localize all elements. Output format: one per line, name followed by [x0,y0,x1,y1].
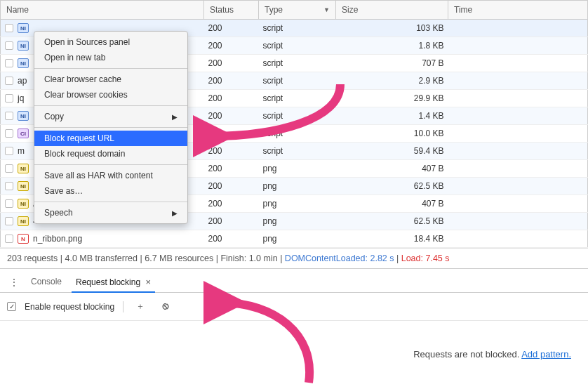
row-checkbox[interactable] [5,235,13,243]
row-checkbox[interactable] [5,77,13,85]
col-type[interactable]: Type▼ [259,1,336,20]
menu-open-sources[interactable]: Open in Sources panel [34,34,187,50]
menu-open-new-tab[interactable]: Open in new tab [34,50,187,65]
status-cell: 200 [204,20,259,37]
size-cell: 407 B [336,195,448,213]
size-cell: 29.9 KB [336,90,448,107]
menu-separator [34,164,187,165]
tab-request-blocking[interactable]: Request blocking × [69,272,158,292]
request-name: m [18,146,25,156]
menu-save-har[interactable]: Save all as HAR with content [34,168,187,183]
size-cell: 59.4 KB [336,143,448,160]
context-menu: Open in Sources panel Open in new tab Cl… [34,31,188,224]
time-cell [448,230,588,248]
table-header-row: Name Status Type▼ Size Time [1,1,588,20]
request-name: n_ribbon.png [33,234,82,244]
type-cell: script [259,107,336,125]
type-cell: script [259,90,336,107]
close-icon[interactable]: × [145,277,151,287]
menu-block-domain[interactable]: Block request domain [34,146,187,161]
menu-separator [34,202,187,202]
drawer-menu-icon[interactable]: ⋮ [4,275,24,290]
row-checkbox[interactable] [5,129,13,138]
initiator-badge: NI [18,216,29,226]
time-cell [448,90,588,107]
type-cell: png [259,230,336,248]
size-cell: 2.9 KB [336,72,448,90]
add-pattern-link[interactable]: Add pattern. [521,349,571,360]
block-disabled-icon[interactable]: 🛇 [157,300,174,314]
status-load: Load: 7.45 s [401,253,450,263]
initiator-badge: NI [18,181,29,191]
menu-copy[interactable]: Copy ▶ [34,109,187,124]
size-cell: 707 B [336,55,448,72]
row-checkbox[interactable] [5,59,13,67]
status-cell: 200 [204,107,259,125]
request-name: ap [18,76,27,86]
col-name[interactable]: Name [1,1,204,20]
type-cell: png [259,160,336,178]
time-cell [448,178,588,195]
initiator-badge: NI [18,164,29,173]
row-checkbox[interactable] [5,147,13,155]
enable-blocking-label: Enable request blocking [25,302,114,312]
col-status[interactable]: Status [204,1,259,20]
time-cell [448,125,588,143]
status-cell: 200 [204,72,259,90]
row-checkbox[interactable] [5,24,13,32]
menu-clear-cookies[interactable]: Clear browser cookies [34,87,187,103]
col-time[interactable]: Time [448,1,588,20]
status-cell: 200 [204,213,259,230]
status-cell: 200 [204,55,259,72]
time-cell [448,55,588,72]
time-cell [448,195,588,213]
menu-separator [34,68,187,69]
row-checkbox[interactable] [5,199,13,208]
table-row[interactable]: Nn_ribbon.png200png18.4 KB [1,230,588,248]
col-type-label: Type [265,5,283,15]
type-cell: script [259,20,336,37]
initiator-badge: NI [18,58,29,68]
add-pattern-button[interactable]: ＋ [132,298,149,315]
drawer: ⋮ Console Request blocking × ✓ Enable re… [0,268,588,367]
size-cell: 10.0 KB [336,125,448,143]
initiator-badge: NI [18,111,29,121]
status-bar: 203 requests | 4.0 MB transferred | 6.7 … [0,248,588,268]
row-checkbox[interactable] [5,182,13,190]
status-cell: 200 [204,90,259,107]
not-blocked-text: Requests are not blocked. [413,349,519,360]
time-cell [448,160,588,178]
menu-clear-cache[interactable]: Clear browser cache [34,72,187,87]
row-checkbox[interactable] [5,112,13,120]
time-cell [448,143,588,160]
type-cell: script [259,72,336,90]
row-checkbox[interactable] [5,164,13,173]
status-domcontentloaded: DOMContentLoaded: 2.82 s [285,253,394,263]
initiator-badge: NI [18,41,29,51]
status-resources: 6.7 MB resources [145,253,213,263]
row-checkbox[interactable] [5,94,13,103]
status-requests: 203 requests [7,253,58,263]
menu-speech[interactable]: Speech ▶ [34,205,187,220]
enable-blocking-checkbox[interactable]: ✓ [7,302,16,311]
status-cell: 200 [204,37,259,55]
menu-separator [34,105,187,106]
row-checkbox[interactable] [5,217,13,225]
status-cell: 200 [204,125,259,143]
row-checkbox[interactable] [5,41,13,50]
col-size[interactable]: Size [336,1,448,20]
tab-console[interactable]: Console [24,272,69,291]
initiator-badge: NI [18,199,29,209]
size-cell: 62.5 KB [336,213,448,230]
type-cell: script [259,143,336,160]
menu-save-as[interactable]: Save as… [34,183,187,199]
status-cell: 200 [204,143,259,160]
type-cell: png [259,178,336,195]
menu-copy-label: Copy [44,112,64,121]
time-cell [448,107,588,125]
type-cell: script [259,55,336,72]
menu-block-url[interactable]: Block request URL [34,131,187,146]
size-cell: 407 B [336,160,448,178]
type-cell: png [259,195,336,213]
status-cell: 200 [204,160,259,178]
